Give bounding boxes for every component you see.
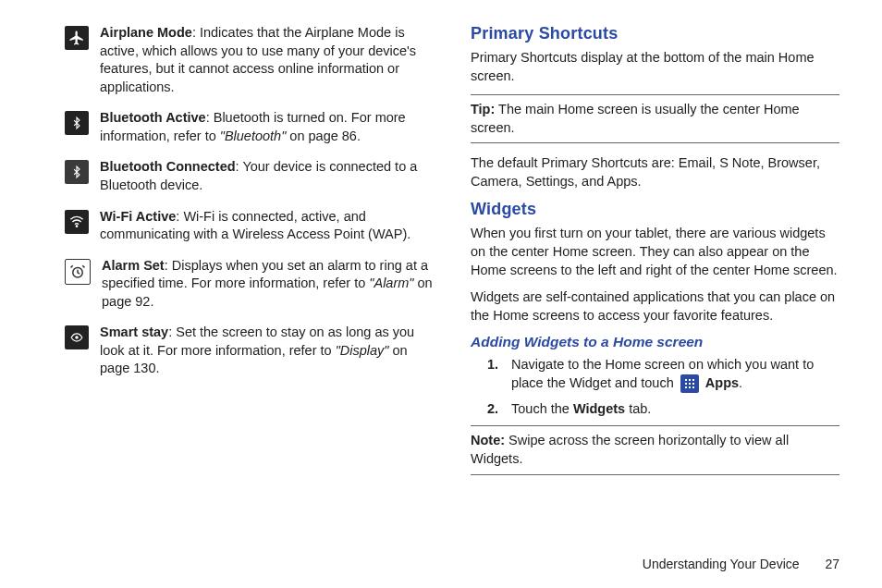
status-item-wifi: Wi-Fi Active: Wi-Fi is connected, active… <box>65 208 434 244</box>
primary-desc: Primary Shortcuts display at the bottom … <box>471 49 839 85</box>
smart-stay-icon <box>65 325 89 349</box>
step2-post: tab. <box>625 401 651 416</box>
svg-rect-6 <box>685 383 687 385</box>
step1-apps: Apps <box>705 375 739 390</box>
footer-section: Understanding Your Device <box>643 557 800 571</box>
heading-widgets: Widgets <box>471 200 839 219</box>
tip-box: Tip: The main Home screen is usually the… <box>471 94 839 143</box>
svg-point-2 <box>75 337 79 340</box>
note-label: Note: <box>471 433 505 447</box>
item-name: Airplane Mode <box>100 25 192 40</box>
item-desc-post: on page 86. <box>286 129 361 143</box>
svg-rect-5 <box>692 379 694 381</box>
item-ref: "Bluetooth" <box>220 129 287 143</box>
apps-icon <box>680 374 699 393</box>
steps-list: 1. Navigate to the Home screen on which … <box>471 356 839 418</box>
item-name: Bluetooth Active <box>100 110 206 125</box>
status-item-bluetooth-active: Bluetooth Active: Bluetooth is turned on… <box>65 109 434 145</box>
primary-defaults: The default Primary Shortcuts are: Email… <box>471 154 839 190</box>
page-footer: Understanding Your Device 27 <box>643 557 839 571</box>
bluetooth-icon <box>65 111 89 135</box>
svg-point-0 <box>76 226 77 227</box>
airplane-icon <box>65 26 89 50</box>
item-name: Alarm Set <box>102 258 165 273</box>
widgets-p1: When you first turn on your tablet, ther… <box>471 225 839 279</box>
note-text: Swipe across the screen horizontally to … <box>471 433 789 466</box>
step-num: 2. <box>487 400 502 419</box>
svg-rect-7 <box>689 383 691 385</box>
status-item-bluetooth-connected: Bluetooth Connected: Your device is conn… <box>65 158 434 194</box>
svg-rect-8 <box>692 383 694 385</box>
step2-pre: Touch the <box>511 401 573 416</box>
tip-text: The main Home screen is usually the cent… <box>471 102 800 135</box>
svg-rect-11 <box>692 386 694 388</box>
step1-post: . <box>739 375 742 390</box>
tip-label: Tip: <box>471 102 495 116</box>
svg-rect-9 <box>685 386 687 388</box>
item-name: Smart stay <box>100 325 168 339</box>
step1-pre: Navigate to the Home screen on which you… <box>511 357 814 390</box>
svg-rect-3 <box>685 379 687 381</box>
heading-primary-shortcuts: Primary Shortcuts <box>471 24 839 43</box>
status-item-airplane: Airplane Mode: Indicates that the Airpla… <box>65 24 434 96</box>
alarm-icon <box>65 259 91 285</box>
note-box: Note: Swipe across the screen horizontal… <box>471 425 839 474</box>
left-column: Airplane Mode: Indicates that the Airpla… <box>65 24 434 486</box>
step2-widgets: Widgets <box>573 401 625 416</box>
step-2: 2. Touch the Widgets tab. <box>487 400 839 419</box>
widgets-p2: Widgets are self-contained applications … <box>471 288 839 325</box>
item-ref: "Display" <box>336 343 389 358</box>
svg-rect-10 <box>689 386 691 388</box>
step-num: 1. <box>487 356 502 393</box>
item-ref: "Alarm" <box>369 276 413 290</box>
bluetooth-connected-icon <box>65 160 89 184</box>
step-1: 1. Navigate to the Home screen on which … <box>487 356 839 393</box>
wifi-icon <box>65 210 89 234</box>
item-name: Wi-Fi Active <box>100 209 176 224</box>
footer-page-number: 27 <box>825 557 839 571</box>
status-item-smart-stay: Smart stay: Set the screen to stay on as… <box>65 324 434 378</box>
right-column: Primary Shortcuts Primary Shortcuts disp… <box>471 24 839 486</box>
heading-adding-widgets: Adding Widgets to a Home screen <box>471 334 839 350</box>
item-name: Bluetooth Connected <box>100 159 236 174</box>
status-item-alarm: Alarm Set: Displays when you set an alar… <box>65 257 434 312</box>
svg-rect-4 <box>689 379 691 381</box>
